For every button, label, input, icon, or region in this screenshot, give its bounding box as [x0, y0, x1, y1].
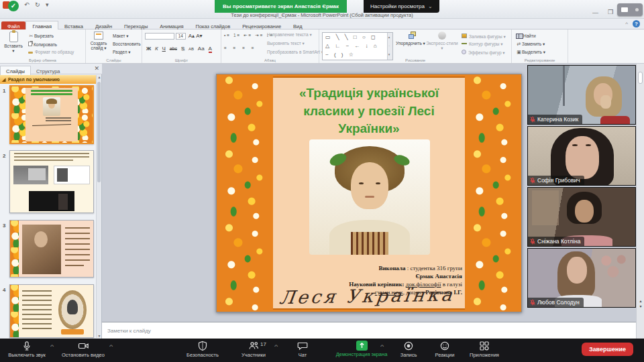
chat-button[interactable]: Чат: [287, 341, 318, 358]
slide-canvas[interactable]: «Традиція української класики у поезії Л…: [216, 74, 522, 312]
shape-fill-button[interactable]: Заливка фигуры ▾: [462, 34, 506, 40]
mute-options-icon[interactable]: ^: [50, 344, 54, 349]
slide-title[interactable]: «Традиція української класики у поезії Л…: [282, 84, 455, 138]
replace-button[interactable]: ⇄Заменить ▾: [516, 42, 545, 47]
help-icon[interactable]: ?: [633, 20, 640, 27]
italic-button[interactable]: К: [155, 46, 158, 52]
share-options-icon[interactable]: ^: [380, 344, 384, 349]
align-right-button[interactable]: ≡: [242, 46, 248, 50]
reset-button[interactable]: Восстановить: [113, 42, 141, 46]
align-left-button[interactable]: ≡: [224, 46, 229, 50]
end-meeting-button[interactable]: Завершение: [582, 343, 633, 356]
notes-pane[interactable]: Заметки к слайду: [102, 322, 636, 339]
reactions-button[interactable]: Реакции: [428, 341, 462, 358]
ribbon-collapse-icon[interactable]: ^: [625, 21, 628, 27]
underline-button[interactable]: Ч: [162, 46, 166, 52]
section-header[interactable]: ◢ Раздел по умолчанию: [0, 75, 97, 84]
font-color-button[interactable]: А: [209, 46, 212, 53]
stop-video-button[interactable]: Остановить видео: [58, 341, 109, 358]
slide-number: 2: [3, 153, 5, 159]
participant-nametag: Софія Грибович: [528, 176, 584, 185]
shapes-gallery[interactable]: ▭ ╲ ╲ □ ○ ◻ △ ∟ ~ ← ↓ ⌂ ~ ( ) ☆ ▴·▾: [322, 32, 393, 60]
scrollbar-thumb[interactable]: [97, 82, 101, 182]
align-center-button[interactable]: ≡: [233, 46, 239, 50]
grow-shrink-font-buttons[interactable]: А▴ А▾: [189, 33, 203, 39]
floral-border-left: [217, 74, 273, 312]
slide-number: 3: [3, 223, 5, 229]
arrange-button[interactable]: Упорядочить ▾: [396, 32, 425, 46]
notes-placeholder: Заметки к слайду: [107, 328, 151, 334]
record-button[interactable]: Запись: [393, 341, 424, 358]
smartart-button[interactable]: Преобразовать в SmartArt ▾: [267, 50, 323, 55]
scroll-up-icon[interactable]: ▲: [97, 75, 102, 79]
format-painter-button[interactable]: Формат по образцу: [28, 50, 74, 54]
section-button[interactable]: Раздел ▾: [113, 50, 131, 55]
lesya-ukrainka-portrait[interactable]: [309, 139, 430, 255]
zoom-sharing-indicator-icon: ✓: [8, 1, 19, 11]
participant-nametag: Катерина Козик: [528, 115, 582, 124]
paste-button[interactable]: Вставить ▾: [3, 32, 24, 54]
apps-button[interactable]: Приложения: [464, 341, 504, 358]
justify-button[interactable]: ≡: [252, 46, 257, 50]
participants-options-icon[interactable]: ^: [274, 344, 278, 349]
video-tile[interactable]: Катерина Козик: [527, 65, 636, 125]
shapes-gallery-scrollbar[interactable]: ▴·▾: [387, 33, 392, 60]
copy-button[interactable]: Копировать: [28, 42, 57, 47]
share-screen-button[interactable]: Демонстрация экрана: [326, 341, 397, 357]
slides-panel-scrollbar[interactable]: ▲ ▼: [96, 75, 101, 338]
text-direction-button[interactable]: Направление текста ▾: [267, 32, 312, 38]
shape-effects-button[interactable]: Эффекты фигур ▾: [462, 50, 505, 56]
view-settings-button[interactable]: Настройки просмотра⌄: [364, 0, 439, 13]
slide-thumbnail-3[interactable]: [9, 220, 94, 278]
video-tile[interactable]: Сніжана Котліна: [527, 187, 636, 247]
character-spacing-button[interactable]: АВ: [189, 47, 194, 51]
font-size-box[interactable]: 14: [176, 33, 186, 40]
align-text-button[interactable]: Выровнять текст ▾: [267, 41, 305, 46]
shape-outline-button[interactable]: Контур фигуры ▾: [462, 42, 503, 47]
layout-button[interactable]: Макет ▾: [113, 34, 128, 39]
arrange-icon: [406, 32, 415, 40]
bullets-button[interactable]: •≡: [224, 33, 231, 38]
scroll-down-icon[interactable]: ▼: [97, 334, 102, 338]
font-group-label: Шрифт: [142, 58, 221, 62]
slide-thumbnail-2[interactable]: [9, 150, 94, 213]
mute-button[interactable]: Выключить звук: [5, 341, 48, 358]
video-scroll-arrows[interactable]: ▴▾: [637, 298, 644, 309]
video-tile[interactable]: Софія Грибович: [527, 126, 636, 186]
strikethrough-button[interactable]: abc: [170, 46, 177, 51]
slide-number: 4: [3, 287, 5, 293]
increase-indent-button[interactable]: ⇥≡: [255, 33, 264, 38]
shapes-row[interactable]: △ ∟ ~ ← ↓ ⌂: [325, 42, 392, 50]
replace-icon: ⇄: [516, 42, 522, 47]
video-options-icon[interactable]: ^: [109, 344, 113, 349]
scrollbar-thumb[interactable]: [638, 72, 643, 84]
restore-button[interactable]: ❒: [608, 9, 613, 15]
slides-group: Создать слайд ▾ Макет ▾ Восстановить Раз…: [86, 29, 142, 63]
slide-thumbnail-4[interactable]: [9, 284, 94, 338]
find-button[interactable]: Найти: [516, 34, 536, 38]
close-icon[interactable]: ✕: [94, 65, 99, 72]
shapes-row[interactable]: ▭ ╲ ╲ □ ○ ◻: [325, 33, 392, 42]
cut-button[interactable]: ✂Вырезать: [28, 34, 54, 39]
new-slide-button[interactable]: Создать слайд ▾: [87, 32, 110, 51]
minimize-button[interactable]: —: [592, 9, 598, 16]
numbering-button[interactable]: 1≡: [233, 33, 241, 38]
participants-button[interactable]: Участники: [232, 341, 275, 358]
zoom-floating-control[interactable]: [617, 3, 643, 16]
shape-effects-icon: [462, 50, 466, 54]
security-button[interactable]: Безопасность: [180, 341, 225, 358]
video-panel-scrollbar[interactable]: ▴▾: [636, 64, 644, 339]
quick-styles-button[interactable]: Экспресс-стили ▾: [425, 32, 459, 51]
quick-access-toolbar[interactable]: ↶ ↻ ▾: [24, 1, 51, 8]
microphone-icon: [21, 341, 32, 351]
slide-thumbnail-1[interactable]: [9, 85, 94, 144]
change-case-button[interactable]: Аа: [198, 46, 205, 52]
bold-button[interactable]: Ж: [146, 46, 151, 52]
decrease-indent-button[interactable]: ⇤≡: [244, 33, 252, 38]
font-name-box[interactable]: [145, 33, 174, 40]
video-tile[interactable]: Любов Солодун: [527, 248, 636, 308]
select-button[interactable]: ▣Выделить ▾: [516, 50, 545, 55]
camera-icon: [78, 341, 89, 351]
text-shadow-button[interactable]: S: [181, 46, 184, 52]
new-slide-icon: [94, 32, 103, 40]
